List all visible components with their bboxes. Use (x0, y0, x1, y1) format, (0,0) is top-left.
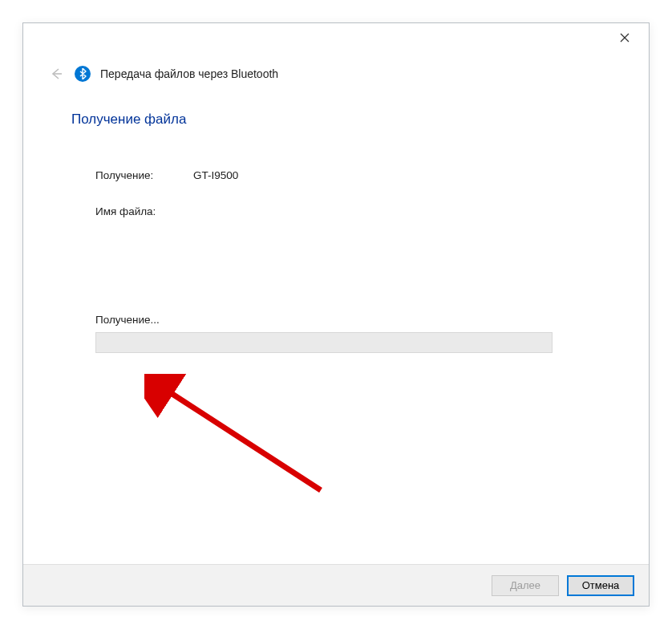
filename-row: Имя файла: (95, 205, 601, 217)
progress-bar (95, 332, 553, 353)
filename-label: Имя файла: (95, 205, 193, 217)
page-heading: Получение файла (71, 112, 601, 128)
close-icon (620, 33, 629, 43)
receiving-row: Получение: GT-I9500 (95, 169, 601, 181)
close-button[interactable] (609, 26, 641, 50)
titlebar (23, 23, 649, 52)
bluetooth-icon (75, 66, 91, 82)
window-title: Передача файлов через Bluetooth (100, 67, 278, 80)
info-section: Получение: GT-I9500 Имя файла: (71, 169, 601, 217)
content-area: Получение файла Получение: GT-I9500 Имя … (23, 83, 649, 353)
footer: Далее Отмена (23, 564, 649, 606)
cancel-button[interactable]: Отмена (567, 575, 634, 596)
back-arrow-icon (49, 67, 63, 81)
next-button: Далее (492, 575, 559, 596)
back-button (47, 65, 65, 83)
header: Передача файлов через Bluetooth (23, 52, 649, 83)
receiving-value: GT-I9500 (193, 169, 238, 181)
progress-label: Получение... (95, 314, 601, 326)
dialog-window: Передача файлов через Bluetooth Получени… (22, 22, 650, 607)
progress-section: Получение... (71, 314, 601, 353)
receiving-label: Получение: (95, 169, 193, 181)
